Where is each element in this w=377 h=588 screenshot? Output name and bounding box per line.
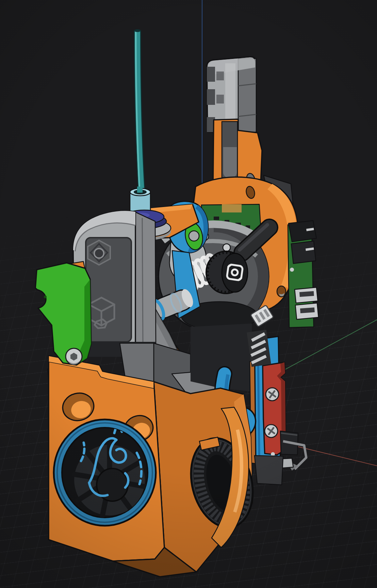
- lever-hole: [44, 296, 47, 298]
- toolhead-pcb[interactable]: [288, 221, 318, 328]
- lower-box: [255, 456, 283, 485]
- emblem-circle: [94, 249, 104, 258]
- mount-slot: [207, 67, 215, 82]
- usb-slot: [300, 307, 315, 313]
- tower-seam: [142, 218, 143, 343]
- mount-slot: [216, 71, 224, 80]
- mount-slot: [207, 89, 215, 105]
- cad-viewport[interactable]: [0, 0, 377, 588]
- idler-pin: [189, 231, 199, 241]
- tube-top-cap: [134, 29, 141, 32]
- pcb-connector-black: [289, 221, 316, 242]
- tower-right-face: [135, 212, 156, 343]
- mount-slot: [216, 95, 224, 104]
- front-fan[interactable]: [54, 419, 156, 526]
- pcb-screw: [290, 268, 294, 272]
- idler-lever[interactable]: [35, 261, 91, 365]
- countersunk-screw: [223, 244, 230, 251]
- tension-knob[interactable]: [206, 251, 248, 293]
- arm-slot-insert: [223, 147, 237, 178]
- hex-camera-emblem: [88, 240, 110, 265]
- knob-face: [222, 253, 248, 292]
- pcb-tan-strip: [222, 204, 242, 212]
- pcb-connector-black: [291, 241, 316, 264]
- tube-in-coupler: [137, 187, 143, 193]
- ptfe-tube[interactable]: [134, 29, 142, 190]
- model-canvas[interactable]: [0, 0, 377, 588]
- usb-slot: [299, 291, 314, 297]
- pcb-component: [214, 217, 219, 220]
